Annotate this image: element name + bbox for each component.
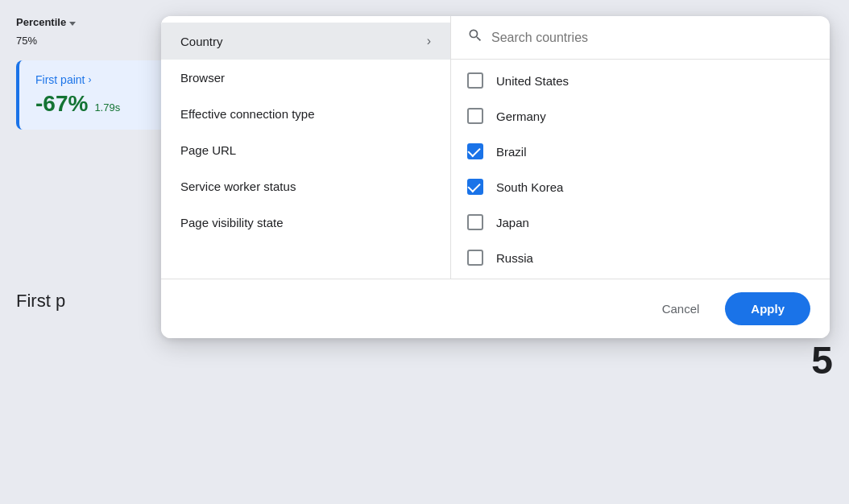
checkbox-jp[interactable] [467,214,483,230]
category-label-browser: Browser [180,71,225,85]
metric-title-label: First paint [35,73,85,86]
checkbox-us[interactable] [467,72,483,89]
country-item-kr[interactable]: South Korea [451,169,830,204]
country-item-de[interactable]: Germany [451,98,830,134]
category-label-page-url: Page URL [180,143,236,157]
dropdown-footer: Cancel Apply [161,279,830,338]
country-label-br: Brazil [496,145,527,159]
percentile-value: 75% [16,35,37,47]
search-input[interactable] [491,31,814,45]
metric-seconds: 1.79s [94,101,120,114]
metric-card: First paint › -67% 1.79s [16,60,185,130]
checkbox-de[interactable] [467,108,483,124]
country-item-br[interactable]: Brazil [451,134,830,169]
category-item-page-visibility[interactable]: Page visibility state [161,204,450,241]
dropdown-body: Country › Browser Effective connection t… [161,16,830,279]
category-label-country: Country [180,35,223,48]
category-label-connection: Effective connection type [180,107,315,121]
checkbox-ru[interactable] [467,250,483,266]
filter-categories-panel: Country › Browser Effective connection t… [161,16,451,279]
country-label-de: Germany [496,109,546,123]
country-label-us: United States [496,74,569,88]
category-item-browser[interactable]: Browser [161,60,450,96]
metric-percent: -67% [35,91,88,117]
category-item-page-url[interactable]: Page URL [161,132,450,168]
countries-panel: United States Germany Brazil South Korea [451,16,830,279]
category-item-country[interactable]: Country › [161,23,450,60]
category-label-page-visibility: Page visibility state [180,216,284,229]
country-label-ru: Russia [496,251,533,265]
chevron-down-icon [69,22,76,26]
countries-list: United States Germany Brazil South Korea [451,60,830,279]
bg-number: 5 [811,338,833,382]
country-label-jp: Japan [496,216,529,229]
category-item-connection[interactable]: Effective connection type [161,96,450,132]
country-label-kr: South Korea [496,180,563,194]
category-label-service-worker: Service worker status [180,180,296,193]
checkbox-br[interactable] [467,143,483,159]
metric-arrow-icon: › [88,74,91,85]
search-icon [467,27,483,48]
country-item-ru[interactable]: Russia [451,240,830,275]
checkbox-kr[interactable] [467,179,483,195]
country-item-jp[interactable]: Japan [451,204,830,240]
cancel-button[interactable]: Cancel [649,294,713,324]
country-item-us[interactable]: United States [451,63,830,98]
apply-button[interactable]: Apply [725,292,810,325]
chevron-right-icon: › [427,34,431,48]
filter-dropdown: Country › Browser Effective connection t… [161,16,830,338]
search-bar [451,16,830,60]
percentile-label: Percentile [16,16,66,28]
category-item-service-worker[interactable]: Service worker status [161,168,450,204]
